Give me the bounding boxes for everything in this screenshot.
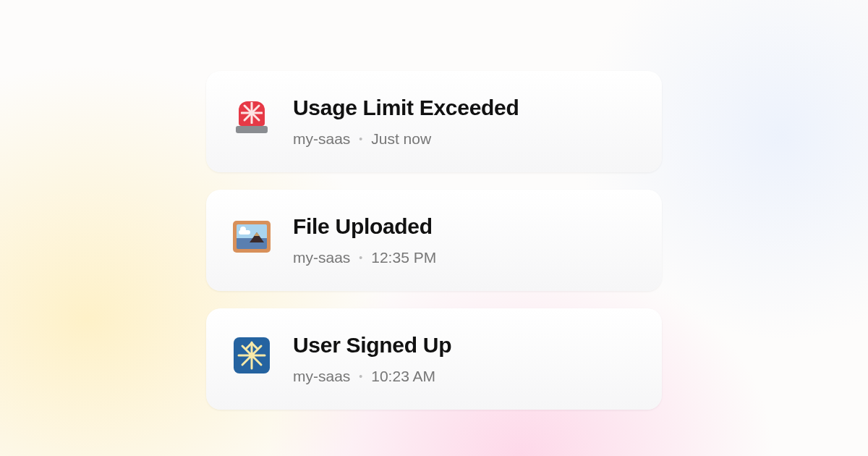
- notification-meta: my-saas • Just now: [293, 130, 519, 148]
- notification-content: Usage Limit Exceeded my-saas • Just now: [293, 96, 519, 148]
- notification-card[interactable]: User Signed Up my-saas • 10:23 AM: [206, 308, 662, 410]
- separator-dot: •: [359, 252, 362, 263]
- starburst-icon: [232, 336, 271, 375]
- notification-card[interactable]: Usage Limit Exceeded my-saas • Just now: [206, 71, 662, 172]
- notification-time: 10:23 AM: [371, 368, 435, 385]
- picture-icon: [232, 217, 271, 256]
- notification-time: Just now: [371, 130, 431, 148]
- notification-title: User Signed Up: [293, 333, 451, 358]
- notification-content: User Signed Up my-saas • 10:23 AM: [293, 333, 451, 385]
- siren-icon: [232, 98, 271, 138]
- notification-source: my-saas: [293, 249, 350, 266]
- separator-dot: •: [359, 133, 362, 145]
- notification-card[interactable]: File Uploaded my-saas • 12:35 PM: [206, 190, 662, 291]
- separator-dot: •: [359, 371, 362, 382]
- notification-source: my-saas: [293, 368, 350, 385]
- notification-title: File Uploaded: [293, 214, 436, 239]
- notification-content: File Uploaded my-saas • 12:35 PM: [293, 214, 436, 266]
- notification-time: 12:35 PM: [371, 249, 436, 266]
- svg-point-10: [249, 352, 255, 358]
- notification-meta: my-saas • 12:35 PM: [293, 249, 436, 266]
- notification-title: Usage Limit Exceeded: [293, 96, 519, 120]
- notification-meta: my-saas • 10:23 AM: [293, 368, 451, 385]
- notification-source: my-saas: [293, 130, 350, 148]
- notification-feed: Usage Limit Exceeded my-saas • Just now …: [206, 71, 662, 410]
